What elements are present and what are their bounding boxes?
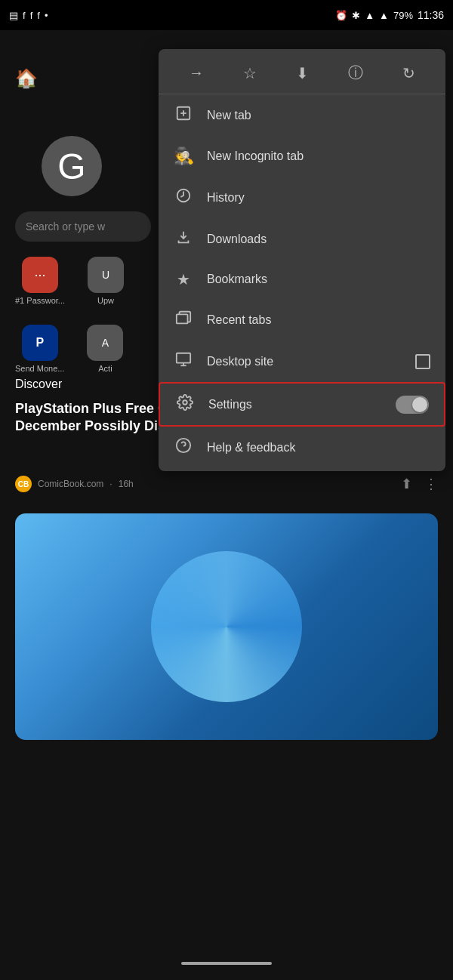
- recent-tabs-label: Recent tabs: [207, 313, 430, 327]
- toolbar-info-icon[interactable]: ⓘ: [345, 60, 366, 86]
- desktop-site-checkbox[interactable]: [415, 354, 430, 369]
- facebook-icon-1: f: [23, 10, 26, 21]
- menu-toolbar: → ☆ ⬇ ⓘ ↻: [159, 52, 445, 94]
- shortcut-acti-label: Acti: [98, 364, 112, 373]
- menu-item-desktop-site[interactable]: Desktop site: [159, 341, 445, 382]
- win11-image: [15, 513, 438, 740]
- news-source: CB ComicBook.com · 16h: [15, 476, 134, 492]
- bookmarks-label: Bookmarks: [207, 273, 430, 286]
- settings-toggle[interactable]: [396, 396, 429, 414]
- toolbar-refresh-icon[interactable]: ↻: [399, 61, 418, 85]
- shortcut-password[interactable]: ··· #1 Passwor...: [15, 257, 65, 305]
- news-source-icon: CB: [15, 476, 32, 492]
- win11-article[interactable]: [15, 513, 438, 740]
- shortcut-paypal[interactable]: P Send Mone...: [15, 325, 64, 373]
- new-tab-label: New tab: [207, 109, 430, 122]
- svg-rect-5: [177, 314, 188, 323]
- desktop-site-label: Desktop site: [207, 355, 402, 368]
- help-icon: [174, 437, 193, 458]
- toolbar-download-icon[interactable]: ⬇: [293, 61, 312, 85]
- dropdown-menu: → ☆ ⬇ ⓘ ↻ New tab 🕵 New Incognito tab Hi…: [159, 49, 445, 471]
- new-tab-icon: [174, 105, 193, 125]
- news-source-name: ComicBook.com: [38, 479, 103, 489]
- shortcut-acti[interactable]: A Acti: [87, 325, 123, 373]
- menu-item-new-tab[interactable]: New tab: [159, 94, 445, 136]
- note-icon: ▤: [9, 10, 18, 21]
- menu-item-downloads[interactable]: Downloads: [159, 218, 445, 260]
- recent-tabs-icon: [174, 310, 193, 330]
- home-icon[interactable]: 🏠: [15, 68, 38, 89]
- more-icon[interactable]: ⋮: [424, 476, 438, 492]
- incognito-icon: 🕵: [174, 146, 193, 166]
- bookmarks-icon: ★: [174, 270, 193, 288]
- status-time: 11:36: [418, 9, 444, 21]
- menu-item-new-incognito-tab[interactable]: 🕵 New Incognito tab: [159, 136, 445, 177]
- menu-item-help-feedback[interactable]: Help & feedback: [159, 427, 445, 468]
- wifi-icon: ▲: [365, 10, 374, 21]
- password-icon: ···: [22, 257, 58, 293]
- toolbar-forward-icon[interactable]: →: [186, 61, 207, 85]
- menu-item-history[interactable]: History: [159, 177, 445, 218]
- shortcuts-row-2: P Send Mone... A Acti: [15, 325, 123, 373]
- search-bar[interactable]: Search or type w: [15, 211, 151, 242]
- news-time: 16h: [119, 479, 134, 489]
- menu-item-recent-tabs[interactable]: Recent tabs: [159, 299, 445, 341]
- settings-label: Settings: [208, 398, 382, 411]
- desktop-icon: [174, 351, 193, 371]
- history-icon: [174, 187, 193, 208]
- bottom-nav-indicator: [181, 962, 272, 965]
- help-feedback-label: Help & feedback: [207, 441, 430, 455]
- status-bar-left: ▤ f f f •: [9, 10, 48, 21]
- shortcut-password-label: #1 Passwor...: [15, 296, 65, 305]
- settings-icon: [175, 394, 195, 414]
- battery-level: 79%: [393, 10, 413, 21]
- bluetooth-icon: ✱: [352, 10, 360, 21]
- new-incognito-tab-label: New Incognito tab: [207, 149, 430, 163]
- google-logo: G: [23, 136, 121, 196]
- svg-point-9: [183, 400, 187, 405]
- news-meta: CB ComicBook.com · 16h ⬆ ⋮: [15, 476, 438, 492]
- toolbar-bookmark-icon[interactable]: ☆: [240, 61, 260, 85]
- acti-icon: A: [87, 325, 123, 361]
- shortcut-paypal-label: Send Mone...: [15, 364, 64, 373]
- upwork-icon: U: [88, 257, 124, 293]
- dot-icon: •: [45, 10, 48, 21]
- paypal-icon: P: [22, 325, 58, 361]
- search-placeholder: Search or type w: [26, 220, 105, 233]
- win11-swirl: [151, 551, 302, 702]
- downloads-icon: [174, 229, 193, 249]
- alarm-icon: ⏰: [335, 10, 347, 21]
- facebook-icon-3: f: [37, 10, 40, 21]
- shortcuts-row-1: ··· #1 Passwor... U Upw: [15, 257, 124, 305]
- menu-item-settings[interactable]: Settings: [159, 382, 445, 427]
- history-label: History: [207, 191, 430, 205]
- facebook-icon-2: f: [30, 10, 33, 21]
- shortcut-upwork-label: Upw: [97, 296, 114, 305]
- signal-icon: ▲: [379, 10, 389, 21]
- news-actions: ⬆ ⋮: [401, 476, 438, 492]
- google-logo-circle: G: [42, 136, 102, 196]
- downloads-label: Downloads: [207, 233, 430, 246]
- status-bar-right: ⏰ ✱ ▲ ▲ 79% 11:36: [335, 9, 444, 21]
- news-source-time: ·: [109, 479, 112, 489]
- svg-rect-6: [177, 353, 190, 363]
- discover-label: Discover: [15, 378, 62, 391]
- share-icon[interactable]: ⬆: [401, 476, 412, 492]
- menu-item-bookmarks[interactable]: ★ Bookmarks: [159, 260, 445, 299]
- status-bar: ▤ f f f • ⏰ ✱ ▲ ▲ 79% 11:36: [0, 0, 453, 30]
- shortcut-upwork[interactable]: U Upw: [88, 257, 124, 305]
